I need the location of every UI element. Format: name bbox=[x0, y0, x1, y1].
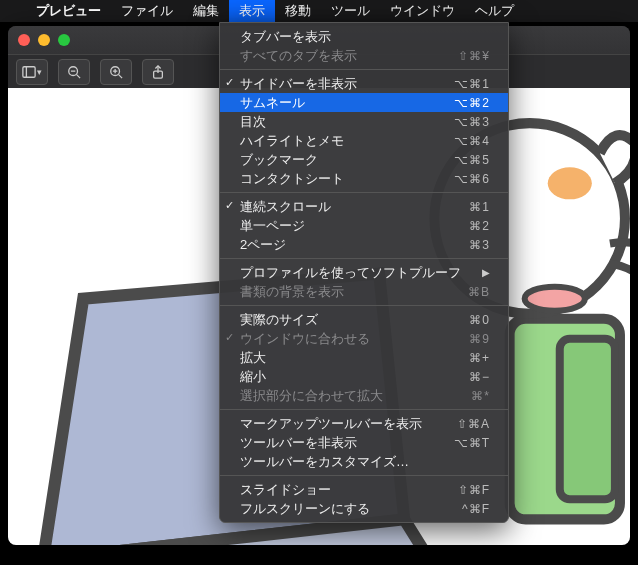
menu-item[interactable]: ツールバーを非表示⌥⌘T bbox=[220, 433, 508, 452]
sidebar-icon bbox=[22, 65, 36, 79]
menu-item[interactable]: マークアップツールバーを表示⇧⌘A bbox=[220, 414, 508, 433]
menu-item-label: プロファイルを使ってソフトプルーフ bbox=[240, 264, 461, 282]
menu-item-label: 2ページ bbox=[240, 236, 286, 254]
menu-item: ✓ウインドウに合わせる⌘9 bbox=[220, 329, 508, 348]
menu-item-label: コンタクトシート bbox=[240, 170, 344, 188]
menu-item[interactable]: 目次⌥⌘3 bbox=[220, 112, 508, 131]
menu-item[interactable]: ✓サイドバーを非表示⌥⌘1 bbox=[220, 74, 508, 93]
svg-rect-0 bbox=[23, 67, 35, 78]
menu-item[interactable]: プロファイルを使ってソフトプルーフ▶ bbox=[220, 263, 508, 282]
view-menu-dropdown: タブバーを表示すべてのタブを表示⇧⌘¥✓サイドバーを非表示⌥⌘1サムネール⌥⌘2… bbox=[219, 22, 509, 523]
menu-item-shortcut: ⌘2 bbox=[469, 219, 490, 233]
svg-line-3 bbox=[77, 75, 81, 79]
menu-item-shortcut: ⌥⌘6 bbox=[454, 172, 490, 186]
menu-separator bbox=[220, 305, 508, 306]
menu-item-shortcut: ⌘+ bbox=[469, 351, 490, 365]
menu-separator bbox=[220, 258, 508, 259]
menu-item-shortcut: ⇧⌘¥ bbox=[458, 49, 490, 63]
menu-item-label: サイドバーを非表示 bbox=[240, 75, 357, 93]
menu-item[interactable]: 拡大⌘+ bbox=[220, 348, 508, 367]
menu-view[interactable]: 表示 bbox=[229, 0, 275, 22]
menu-item-label: 書類の背景を表示 bbox=[240, 283, 344, 301]
zoom-button[interactable] bbox=[58, 34, 70, 46]
menu-separator bbox=[220, 409, 508, 410]
menu-item-shortcut: ⌥⌘T bbox=[454, 436, 490, 450]
menu-item[interactable]: ハイライトとメモ⌥⌘4 bbox=[220, 131, 508, 150]
menu-item[interactable]: ✓連続スクロール⌘1 bbox=[220, 197, 508, 216]
minimize-button[interactable] bbox=[38, 34, 50, 46]
menu-item-label: 拡大 bbox=[240, 349, 266, 367]
sidebar-toggle-button[interactable]: ▾ bbox=[16, 59, 48, 85]
menu-item-label: ツールバーを非表示 bbox=[240, 434, 357, 452]
menu-item-label: マークアップツールバーを表示 bbox=[240, 415, 422, 433]
zoom-in-icon bbox=[109, 65, 123, 79]
menu-item-label: 選択部分に合わせて拡大 bbox=[240, 387, 383, 405]
menu-item[interactable]: 単一ページ⌘2 bbox=[220, 216, 508, 235]
app-name[interactable]: プレビュー bbox=[26, 2, 111, 20]
menu-item-shortcut: ⌘B bbox=[468, 285, 490, 299]
menu-item-label: 縮小 bbox=[240, 368, 266, 386]
submenu-arrow-icon: ▶ bbox=[482, 267, 490, 278]
menu-item[interactable]: サムネール⌥⌘2 bbox=[220, 93, 508, 112]
menu-item-label: ツールバーをカスタマイズ… bbox=[240, 453, 409, 471]
menu-item-label: 実際のサイズ bbox=[240, 311, 318, 329]
zoom-out-button[interactable] bbox=[58, 59, 90, 85]
menu-tools[interactable]: ツール bbox=[321, 0, 380, 22]
menu-edit[interactable]: 編集 bbox=[183, 0, 229, 22]
menu-item-label: 単一ページ bbox=[240, 217, 305, 235]
menu-item-label: すべてのタブを表示 bbox=[240, 47, 357, 65]
menu-item-shortcut: ⌘0 bbox=[469, 313, 490, 327]
menu-item-label: 目次 bbox=[240, 113, 266, 131]
menu-item-label: サムネール bbox=[240, 94, 305, 112]
menu-separator bbox=[220, 192, 508, 193]
menu-item[interactable]: ブックマーク⌥⌘5 bbox=[220, 150, 508, 169]
menu-separator bbox=[220, 69, 508, 70]
menu-separator bbox=[220, 475, 508, 476]
menu-item-shortcut: ⌘3 bbox=[469, 238, 490, 252]
zoom-out-icon bbox=[67, 65, 81, 79]
menu-item-shortcut: ⌥⌘2 bbox=[454, 96, 490, 110]
svg-line-6 bbox=[119, 75, 123, 79]
menu-file[interactable]: ファイル bbox=[111, 0, 183, 22]
menu-item-shortcut: ⌥⌘5 bbox=[454, 153, 490, 167]
menu-item[interactable]: 2ページ⌘3 bbox=[220, 235, 508, 254]
check-icon: ✓ bbox=[225, 331, 234, 344]
share-button[interactable] bbox=[142, 59, 174, 85]
menu-item[interactable]: 実際のサイズ⌘0 bbox=[220, 310, 508, 329]
svg-rect-12 bbox=[560, 339, 615, 500]
menu-item-shortcut: ⌘9 bbox=[469, 332, 490, 346]
menu-item: すべてのタブを表示⇧⌘¥ bbox=[220, 46, 508, 65]
menu-item-shortcut: ⌘− bbox=[469, 370, 490, 384]
menu-item-shortcut: ⌘* bbox=[471, 389, 490, 403]
menu-item-label: スライドショー bbox=[240, 481, 331, 499]
menu-item-label: 連続スクロール bbox=[240, 198, 331, 216]
menu-item-shortcut: ⌥⌘3 bbox=[454, 115, 490, 129]
menu-item[interactable]: コンタクトシート⌥⌘6 bbox=[220, 169, 508, 188]
close-button[interactable] bbox=[18, 34, 30, 46]
menu-item-shortcut: ^⌘F bbox=[462, 502, 490, 516]
menu-item-label: タブバーを表示 bbox=[240, 28, 331, 46]
menu-item[interactable]: スライドショー⇧⌘F bbox=[220, 480, 508, 499]
chevron-down-icon: ▾ bbox=[37, 67, 42, 77]
menu-item: 選択部分に合わせて拡大⌘* bbox=[220, 386, 508, 405]
share-icon bbox=[151, 65, 165, 79]
menu-item-shortcut: ⇧⌘A bbox=[457, 417, 490, 431]
menu-item-shortcut: ⌥⌘1 bbox=[454, 77, 490, 91]
system-menubar: プレビュー ファイル 編集 表示 移動 ツール ウインドウ ヘルプ bbox=[0, 0, 638, 22]
menu-item-shortcut: ⌥⌘4 bbox=[454, 134, 490, 148]
menu-item[interactable]: フルスクリーンにする^⌘F bbox=[220, 499, 508, 518]
menu-item-label: ブックマーク bbox=[240, 151, 318, 169]
menu-item[interactable]: タブバーを表示 bbox=[220, 27, 508, 46]
menu-window[interactable]: ウインドウ bbox=[380, 0, 465, 22]
zoom-in-button[interactable] bbox=[100, 59, 132, 85]
svg-point-15 bbox=[525, 287, 585, 311]
menu-go[interactable]: 移動 bbox=[275, 0, 321, 22]
check-icon: ✓ bbox=[225, 199, 234, 212]
menu-item[interactable]: 縮小⌘− bbox=[220, 367, 508, 386]
menu-help[interactable]: ヘルプ bbox=[465, 0, 524, 22]
menu-item: 書類の背景を表示⌘B bbox=[220, 282, 508, 301]
menu-item-label: フルスクリーンにする bbox=[240, 500, 370, 518]
menu-item-label: ウインドウに合わせる bbox=[240, 330, 370, 348]
menu-item-label: ハイライトとメモ bbox=[240, 132, 344, 150]
menu-item[interactable]: ツールバーをカスタマイズ… bbox=[220, 452, 508, 471]
